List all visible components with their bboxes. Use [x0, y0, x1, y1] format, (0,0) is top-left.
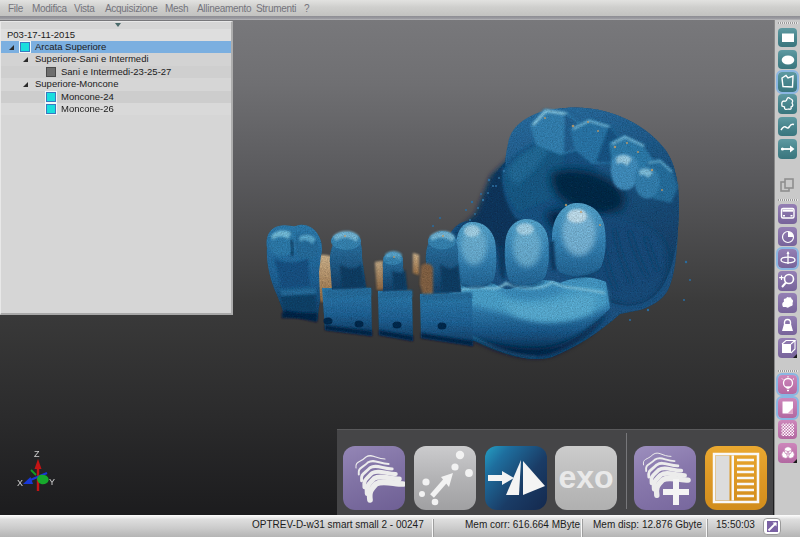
- svg-text:X: X: [17, 478, 23, 488]
- svg-text:Y: Y: [49, 477, 55, 487]
- svg-text:Z: Z: [34, 449, 40, 459]
